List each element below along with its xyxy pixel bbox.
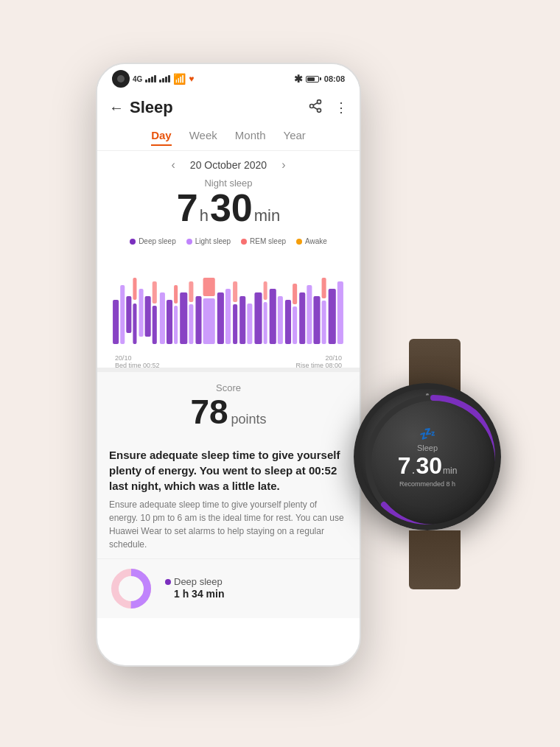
signal-bars-2 [159,75,170,83]
app-header: ← Sleep ⋮ [97,91,360,124]
time-display: 08:08 [324,74,345,83]
svg-point-2 [318,108,321,112]
svg-rect-9 [133,304,136,344]
legend-awake: Awake [296,237,327,245]
svg-rect-35 [285,300,291,344]
sleep-hours: 7 [177,189,198,227]
watch-minutes: 30 [416,454,442,477]
health-icon: ♥ [189,74,194,84]
score-label: Score [109,382,348,393]
tab-month[interactable]: Month [235,129,266,146]
legend-deep-sleep: Deep sleep [130,237,176,245]
svg-rect-19 [189,281,193,302]
bottom-stats: Deep sleep 1 h 34 min [97,558,360,618]
tab-week[interactable]: Week [189,129,217,146]
svg-rect-8 [133,278,136,300]
more-icon[interactable]: ⋮ [335,99,348,116]
svg-rect-38 [299,292,305,344]
watch-body: 💤 Sleep 7 . 30 min Recommended 8 h [354,383,501,530]
status-bar: 4G 📶 ♥ ✱ [97,64,360,91]
phone-frame: 4G 📶 ♥ ✱ [96,63,361,667]
svg-rect-5 [113,300,119,344]
back-button[interactable]: ← [109,99,124,116]
battery-icon [306,76,321,83]
tab-day[interactable]: Day [151,129,172,146]
watch-band-bottom [409,530,461,589]
svg-rect-22 [203,278,215,296]
prev-date-button[interactable]: ‹ [172,158,175,172]
svg-rect-7 [126,296,131,333]
svg-rect-27 [233,304,237,344]
signal-bars [145,75,156,83]
svg-rect-29 [247,304,252,344]
share-icon[interactable] [308,99,323,117]
sleep-summary: Night sleep 7 h 30 min [97,175,360,233]
page-title: Sleep [130,98,308,117]
svg-rect-44 [337,281,343,344]
score-unit: points [231,412,267,427]
deep-sleep-legend-dot [165,579,171,585]
wifi-icon: 📶 [173,73,186,85]
bluetooth-icon: ✱ [294,73,303,85]
svg-rect-31 [264,281,267,300]
signal-text: 4G [133,75,142,83]
deep-sleep-dot [130,239,136,245]
next-date-button[interactable]: › [281,158,285,172]
sleep-legend: Deep sleep Light sleep REM sleep Awake [97,233,360,250]
sleep-chart-container: 20/10 Bed time 00:52 20/10 Rise time 08:… [97,250,360,368]
score-section: Score 78 points [97,368,360,438]
svg-rect-34 [278,296,283,344]
deep-sleep-label: Deep sleep [139,237,176,245]
score-value: 78 [190,393,228,431]
svg-rect-40 [313,296,320,344]
smartwatch: 💤 Sleep 7 . 30 min Recommended 8 h [354,383,516,545]
hours-unit: h [200,206,209,225]
sleep-advice-normal: Ensure adequate sleep time to give yours… [97,498,360,558]
svg-rect-36 [293,284,297,304]
light-sleep-label: Light sleep [195,237,231,245]
awake-dot [296,239,302,245]
sleep-chart [109,256,348,351]
camera [112,70,130,88]
watch-hours: 7 [398,454,411,477]
sleep-advice-bold: Ensure adequate sleep time to give yours… [97,438,360,498]
deep-sleep-text-label: Deep sleep [174,576,223,587]
legend-rem-sleep: REM sleep [241,237,286,245]
svg-line-3 [313,107,318,109]
svg-rect-32 [264,302,267,344]
svg-point-0 [318,99,321,103]
light-sleep-dot [186,239,192,245]
svg-rect-43 [329,289,336,344]
svg-rect-14 [160,292,165,344]
watch-dot: . [411,462,415,477]
rise-time-label: Rise time 08:00 [295,362,342,369]
svg-rect-25 [225,289,231,344]
rem-sleep-label: REM sleep [250,237,286,245]
rise-time-date: 20/10 [295,354,342,362]
svg-point-1 [310,104,314,108]
svg-rect-23 [203,298,215,344]
svg-rect-11 [145,296,151,337]
tab-year[interactable]: Year [284,129,306,146]
svg-rect-37 [293,306,297,344]
watch-min-unit: min [443,466,457,476]
svg-rect-24 [217,292,224,344]
svg-rect-18 [180,292,187,344]
svg-rect-30 [254,292,262,344]
legend-light-sleep: Light sleep [186,237,231,245]
awake-label: Awake [305,237,327,245]
deep-sleep-value: 1 h 34 min [174,588,224,600]
svg-rect-26 [233,281,237,302]
watch-sleep-label: Sleep [398,443,458,452]
svg-rect-20 [189,304,193,344]
svg-rect-16 [174,285,178,304]
bed-time-date: 20/10 [115,354,160,362]
svg-rect-13 [153,306,157,344]
deep-sleep-donut [109,567,153,611]
svg-rect-6 [120,285,125,344]
svg-rect-21 [195,296,201,344]
watch-screen: 💤 Sleep 7 . 30 min Recommended 8 h [398,426,458,488]
svg-rect-33 [270,289,276,344]
watch-crown [498,446,501,468]
svg-rect-41 [322,278,326,298]
